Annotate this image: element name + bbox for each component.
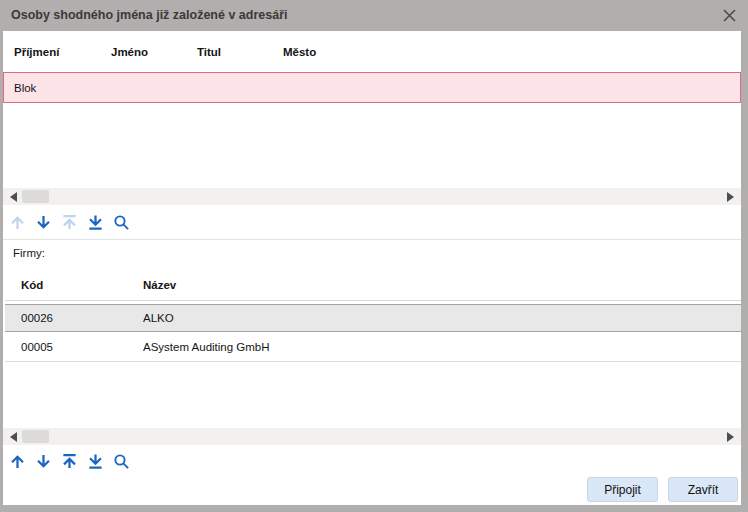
move-up-button[interactable] xyxy=(7,450,27,473)
firm-code: 00005 xyxy=(21,341,53,353)
close-button[interactable]: Zavřít xyxy=(668,477,738,502)
firm-row[interactable]: 00005 ASystem Auditing GmbH xyxy=(5,332,741,362)
firms-header-underline xyxy=(5,300,741,301)
scrollbar-thumb[interactable] xyxy=(22,190,49,203)
arrow-up-to-bar-icon xyxy=(61,453,78,470)
dialog-window: Osoby shodného jména již založené v adre… xyxy=(0,0,748,512)
column-header-nazev[interactable]: Název xyxy=(143,279,176,291)
arrow-down-to-bar-icon xyxy=(87,214,104,231)
move-last-button[interactable] xyxy=(85,211,105,234)
column-header-titul[interactable]: Titul xyxy=(197,46,221,58)
firm-name: ALKO xyxy=(143,312,174,324)
move-last-button[interactable] xyxy=(85,450,105,473)
person-row[interactable]: Blok xyxy=(3,72,741,103)
attach-button[interactable]: Připojit xyxy=(587,477,658,502)
firm-row-selected[interactable]: 00026 ALKO xyxy=(5,304,741,332)
dialog-title: Osoby shodného jména již založené v adre… xyxy=(11,0,287,31)
scroll-left-icon[interactable] xyxy=(10,432,17,442)
scrollbar-thumb[interactable] xyxy=(22,430,49,443)
search-icon xyxy=(113,453,130,470)
close-icon[interactable] xyxy=(721,7,738,24)
arrow-up-icon xyxy=(9,453,26,470)
search-button[interactable] xyxy=(111,450,131,473)
scroll-right-icon[interactable] xyxy=(727,432,734,442)
persons-scrollbar[interactable] xyxy=(3,188,741,205)
title-bar[interactable]: Osoby shodného jména již založené v adre… xyxy=(0,0,748,31)
firms-label: Firmy: xyxy=(13,247,45,259)
search-button[interactable] xyxy=(111,211,131,234)
arrow-down-icon xyxy=(35,214,52,231)
person-surname: Blok xyxy=(14,82,36,94)
search-icon xyxy=(113,214,130,231)
move-first-button[interactable] xyxy=(59,450,79,473)
arrow-down-to-bar-icon xyxy=(87,453,104,470)
arrow-down-icon xyxy=(35,453,52,470)
attach-button-label: Připojit xyxy=(604,483,641,497)
firm-name: ASystem Auditing GmbH xyxy=(143,341,270,353)
firm-code: 00026 xyxy=(21,312,53,324)
scroll-right-icon[interactable] xyxy=(727,192,734,202)
dialog-content: Příjmení Jméno Titul Město Blok xyxy=(3,31,741,505)
scroll-left-icon[interactable] xyxy=(10,192,17,202)
move-down-button[interactable] xyxy=(33,211,53,234)
column-header-jmeno[interactable]: Jméno xyxy=(111,46,148,58)
column-header-mesto[interactable]: Město xyxy=(283,46,316,58)
arrow-up-icon xyxy=(9,214,26,231)
move-down-button[interactable] xyxy=(33,450,53,473)
column-header-prijmeni[interactable]: Příjmení xyxy=(14,46,59,58)
firms-scrollbar[interactable] xyxy=(3,428,741,445)
move-up-button[interactable] xyxy=(7,211,27,234)
close-button-label: Zavřít xyxy=(688,483,719,497)
persons-toolbar xyxy=(7,211,131,234)
move-first-button[interactable] xyxy=(59,211,79,234)
section-divider xyxy=(3,239,741,240)
arrow-up-to-bar-icon xyxy=(61,214,78,231)
column-header-kod[interactable]: Kód xyxy=(21,279,43,291)
firms-toolbar xyxy=(7,450,131,473)
